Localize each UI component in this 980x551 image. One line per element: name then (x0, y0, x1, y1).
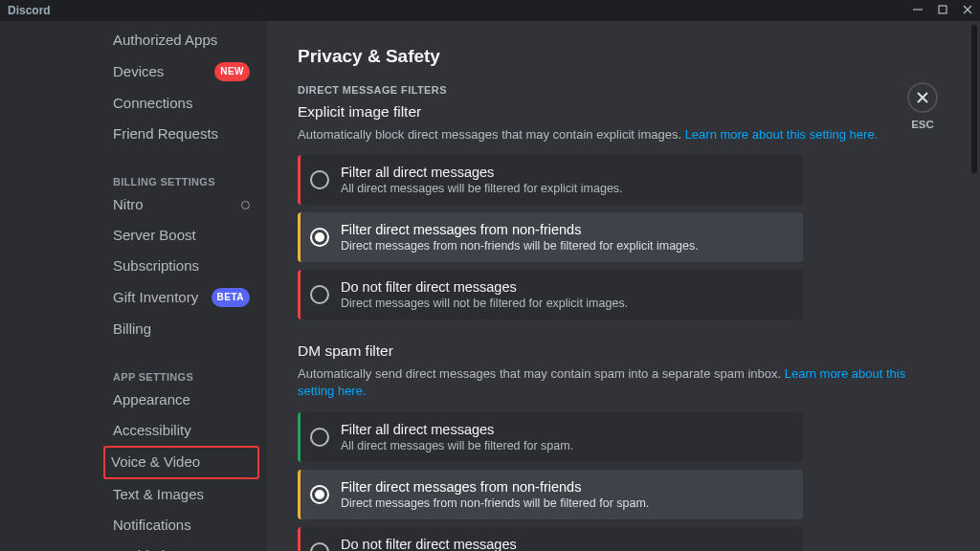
sidebar-item-label: Keybinds (113, 547, 172, 551)
radio-icon (310, 428, 329, 447)
spam-option-2[interactable]: Do not filter direct messagesDirect mess… (298, 527, 803, 551)
radio-subtitle: Direct messages from non-friends will be… (341, 496, 649, 510)
learn-more-link[interactable]: Learn more about this setting here. (685, 127, 879, 142)
sidebar-item-label: Voice & Video (111, 453, 200, 471)
sidebar-item-appearance[interactable]: Appearance (105, 385, 257, 415)
radio-subtitle: Direct messages will not be filtered for… (341, 297, 628, 310)
spam-option-1[interactable]: Filter direct messages from non-friendsD… (298, 470, 803, 519)
settings-sidebar: Authorized AppsDevicesNEWConnectionsFrie… (0, 21, 267, 551)
nitro-indicator-icon (241, 201, 250, 209)
radio-subtitle: All direct messages will be filtered for… (341, 439, 573, 452)
sidebar-item-label: Nitro (113, 196, 144, 213)
radio-title: Filter all direct messages (341, 165, 623, 180)
sidebar-item-label: Connections (113, 95, 192, 112)
window-maximize-icon[interactable] (938, 4, 947, 17)
settings-content: Privacy & Safety Direct Message Filters … (267, 21, 980, 551)
sidebar-item-subscriptions[interactable]: Subscriptions (105, 251, 257, 281)
sidebar-section-header: Billing Settings (105, 168, 257, 189)
radio-title: Filter all direct messages (341, 422, 573, 437)
sidebar-item-keybinds[interactable]: Keybinds (105, 540, 257, 551)
close-icon[interactable] (907, 82, 938, 113)
radio-icon (310, 542, 329, 551)
sidebar-item-label: Authorized Apps (113, 32, 217, 49)
sidebar-item-connections[interactable]: Connections (105, 88, 257, 119)
sidebar-item-billing[interactable]: Billing (105, 314, 257, 344)
sidebar-item-label: Devices (113, 63, 164, 80)
spam-filter-desc: Automatically send direct messages that … (298, 365, 942, 400)
explicit-filter-desc: Automatically block direct messages that… (298, 126, 942, 143)
section-eyebrow: Direct Message Filters (298, 84, 942, 96)
radio-title: Do not filter direct messages (341, 537, 579, 551)
radio-icon (310, 285, 329, 304)
badge: BETA (212, 288, 250, 307)
sidebar-item-label: Appearance (113, 391, 190, 408)
scrollbar[interactable] (971, 25, 977, 173)
sidebar-section-header: App Settings (105, 364, 257, 385)
sidebar-item-label: Notifications (113, 517, 191, 534)
window-minimize-icon[interactable] (913, 4, 923, 17)
sidebar-item-voice-video[interactable]: Voice & Video (103, 446, 259, 479)
explicit-option-1[interactable]: Filter direct messages from non-friendsD… (298, 212, 803, 262)
radio-icon (310, 485, 329, 504)
sidebar-item-notifications[interactable]: Notifications (105, 510, 257, 540)
radio-title: Filter direct messages from non-friends (341, 479, 649, 495)
sidebar-item-authorized-apps[interactable]: Authorized Apps (105, 25, 257, 55)
spam-filter-radio-group: Filter all direct messagesAll direct mes… (298, 412, 803, 551)
sidebar-item-label: Accessibility (113, 422, 191, 439)
explicit-filter-radio-group: Filter all direct messagesAll direct mes… (298, 155, 803, 320)
spam-filter-heading: DM spam filter (298, 342, 942, 360)
sidebar-item-text-images[interactable]: Text & Images (105, 479, 257, 510)
window-close-icon[interactable] (963, 4, 972, 17)
sidebar-item-gift-inventory[interactable]: Gift InventoryBETA (105, 281, 257, 314)
explicit-filter-heading: Explicit image filter (298, 103, 942, 121)
radio-subtitle: All direct messages will be filtered for… (341, 182, 623, 195)
radio-title: Do not filter direct messages (341, 279, 628, 295)
sidebar-item-label: Server Boost (113, 227, 196, 244)
radio-title: Filter direct messages from non-friends (341, 222, 699, 237)
sidebar-item-label: Text & Images (113, 486, 204, 503)
sidebar-item-label: Billing (113, 320, 151, 338)
svg-rect-1 (939, 6, 947, 13)
sidebar-item-accessibility[interactable]: Accessibility (105, 415, 257, 446)
radio-subtitle: Direct messages from non-friends will be… (341, 239, 699, 253)
sidebar-item-label: Subscriptions (113, 257, 199, 275)
sidebar-item-label: Gift Inventory (113, 289, 198, 306)
sidebar-item-friend-requests[interactable]: Friend Requests (105, 119, 257, 149)
radio-icon (310, 228, 329, 247)
page-title: Privacy & Safety (298, 46, 942, 67)
app-name: Discord (8, 4, 913, 17)
titlebar: Discord (0, 0, 980, 21)
explicit-option-2[interactable]: Do not filter direct messagesDirect mess… (298, 270, 803, 320)
spam-option-0[interactable]: Filter all direct messagesAll direct mes… (298, 412, 803, 462)
explicit-option-0[interactable]: Filter all direct messagesAll direct mes… (298, 155, 803, 205)
sidebar-item-label: Friend Requests (113, 125, 218, 143)
radio-icon (310, 170, 329, 189)
sidebar-item-devices[interactable]: DevicesNEW (105, 55, 257, 88)
close-settings-button[interactable]: ESC (907, 82, 938, 130)
badge: NEW (214, 62, 250, 81)
close-label: ESC (911, 119, 934, 130)
sidebar-item-nitro[interactable]: Nitro (105, 189, 257, 220)
sidebar-item-server-boost[interactable]: Server Boost (105, 220, 257, 251)
